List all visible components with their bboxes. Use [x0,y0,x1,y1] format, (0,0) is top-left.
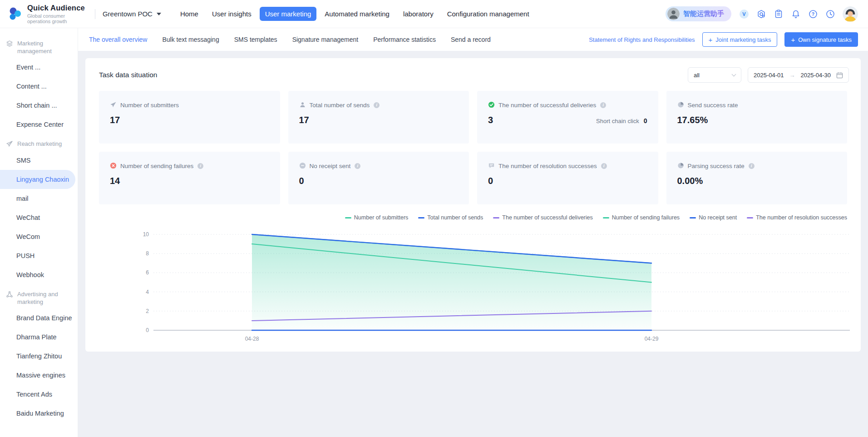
tab-bulk-text-messaging[interactable]: Bulk text messaging [162,36,219,43]
sidebar-item-massive-engines[interactable]: Massive engines [0,366,75,385]
brand: Quick Audience Global consumer operation… [6,4,85,25]
svg-text:04-29: 04-29 [645,336,659,342]
stat-card-number-of-submitters: Number of submitters17 [99,91,280,144]
stat-card-send-success-rate: Send success rate17.65% [666,91,848,144]
svg-text:6: 6 [146,269,149,276]
arrow-right-icon [789,72,795,79]
nav-item-automated-marketing[interactable]: Automated marketing [319,7,395,21]
sidebar-item-lingyang-chaoxin[interactable]: Lingyang Chaoxin [0,170,75,189]
info-icon[interactable] [197,163,203,169]
channel-select-value: all [694,72,700,79]
stat-label: Number of sending failures [120,163,193,169]
sidebar-item-tencent-ads[interactable]: Tencent Ads [0,385,75,404]
top-header: Quick Audience Global consumer operation… [0,0,868,28]
stat-extra: Short chain click0 [596,117,647,124]
brand-tagline: Global consumer operations growth [27,13,81,25]
assistant-pill[interactable]: 智能运营助手 [666,6,731,21]
legend-marker [493,217,499,218]
chart-wrap[interactable]: 024681004-2804-29 [139,227,852,344]
nav-item-configuration-management[interactable]: Configuration management [442,7,535,21]
sidebar-section-title: Advertising and marketing [17,290,74,306]
svg-text:2: 2 [146,308,149,314]
sidebar-item-brand-data-engine[interactable]: Brand Data Engine [0,308,75,328]
nav-item-laboratory[interactable]: laboratory [398,7,439,21]
tab-signature-management[interactable]: Signature management [292,36,359,43]
sidebar-item-expense-center[interactable]: Expense Center [0,115,75,134]
stats-row: Number of submitters17Total number of se… [99,91,847,144]
sidebar-item-short-chain[interactable]: Short chain ... [0,96,75,115]
tabbar: The overall overviewBulk text messagingS… [78,28,868,51]
legend-label: The number of resolution successes [756,214,847,221]
stat-card-parsing-success-rate: Parsing success rate0.00% [666,152,848,204]
help-icon[interactable]: ? [808,9,818,19]
stat-value: 0 [299,176,304,186]
v-badge-icon[interactable]: V [739,9,749,19]
info-icon[interactable] [355,163,360,169]
clipboard-icon[interactable] [774,9,783,19]
legend-item-total-number-of-sends[interactable]: Total number of sends [418,214,483,221]
sidebar-item-event[interactable]: Event ... [0,58,75,77]
legend-item-the-number-of-successful-deliveries[interactable]: The number of successful deliveries [493,214,592,221]
chevron-down-icon [732,72,736,77]
caret-down-icon [157,13,161,15]
sidebar-item-tianfeng-zhitou[interactable]: Tianfeng Zhitou [0,347,75,366]
stat-label: No receipt sent [310,163,351,169]
sidebar-item-baidu-marketing[interactable]: Baidu Marketing [0,404,75,423]
legend-item-number-of-submitters[interactable]: Number of submitters [345,214,408,221]
nav-item-user-insights[interactable]: User insights [207,7,257,21]
brand-name: Quick Audience [27,4,85,12]
sidebar-item-content[interactable]: Content ... [0,77,75,96]
own-signature-tasks-button[interactable]: Own signature tasks [784,32,858,47]
sidebar-item-mail[interactable]: mail [0,189,75,208]
svg-text:0: 0 [146,327,149,333]
nav-item-user-marketing[interactable]: User marketing [260,7,317,21]
sidebar-section-marketing-management: Marketing management [0,34,78,58]
legend-label: Total number of sends [427,214,483,221]
stat-value: 0 [488,176,493,186]
gear-icon[interactable] [756,9,766,19]
info-icon[interactable] [749,163,755,169]
plane-outline-icon [6,140,14,148]
info-icon[interactable] [374,102,380,108]
history-icon[interactable] [825,9,835,19]
sidebar-item-push[interactable]: PUSH [0,246,75,265]
workspace-selector[interactable]: Greentown POC [95,9,161,19]
stat-value: 17.65% [677,115,708,125]
task-chart: 024681004-2804-29 [139,227,851,344]
bell-icon[interactable] [791,9,800,19]
legend-item-no-receipt-sent[interactable]: No receipt sent [690,214,737,221]
info-icon[interactable] [601,163,607,169]
stat-card-the-number-of-resolution-successes: The number of resolution successes0 [477,152,658,204]
sidebar-item-webhook[interactable]: Webhook [0,265,75,284]
legend-label: Number of sending failures [612,214,680,221]
tab-sms-templates[interactable]: SMS templates [234,36,277,43]
tab-performance-statistics[interactable]: Performance statistics [373,36,436,43]
channel-select[interactable]: all [688,67,741,83]
sidebar-item-wechat[interactable]: WeChat [0,208,75,227]
legend-item-the-number-of-resolution-successes[interactable]: The number of resolution successes [747,214,847,221]
sidebar-section-reach-marketing: Reach marketing [0,134,78,151]
chart-legend: Number of submittersTotal number of send… [345,214,847,221]
sidebar-item-sms[interactable]: SMS [0,151,75,170]
tab-send-a-record[interactable]: Send a record [451,36,491,43]
svg-text:04-28: 04-28 [245,336,259,342]
tab-the-overall-overview[interactable]: The overall overview [89,36,147,43]
joint-button-label: Joint marketing tasks [715,36,771,43]
comment-icon [488,162,495,169]
sidebar-item-dharma-plate[interactable]: Dharma Plate [0,328,75,347]
app-root: { "header": { "brand": { "name": "Quick … [0,0,868,437]
assistant-label: 智能运营助手 [683,10,724,18]
info-icon[interactable] [600,102,606,108]
stat-label: Send success rate [688,102,738,109]
legend-label: No receipt sent [699,214,737,221]
date-range-picker[interactable]: 2025-04-01 2025-04-30 [748,67,849,83]
nav-item-home[interactable]: Home [175,7,204,21]
svg-text:?: ? [811,11,814,16]
user-avatar[interactable] [843,6,858,22]
legend-item-number-of-sending-failures[interactable]: Number of sending failures [603,214,680,221]
sidebar-item-wecom[interactable]: WeCom [0,227,75,246]
legend-marker [418,217,424,218]
joint-marketing-tasks-button[interactable]: Joint marketing tasks [702,32,778,47]
rights-link[interactable]: Statement of Rights and Responsibilities [589,36,695,43]
assistant-avatar [667,8,680,20]
